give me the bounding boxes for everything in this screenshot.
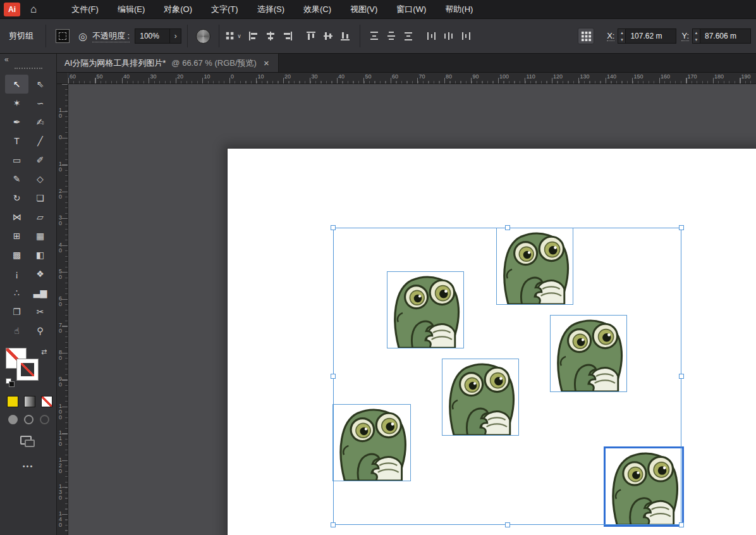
- mesh-tool[interactable]: ▩: [5, 245, 28, 264]
- gradient-tool[interactable]: ◧: [28, 245, 52, 264]
- width-tool[interactable]: ⋈: [5, 207, 28, 226]
- distribute-vertical-center-button[interactable]: [383, 28, 400, 44]
- selection-handle-sw[interactable]: [331, 522, 336, 527]
- menu-item-6[interactable]: 效果(C): [294, 0, 341, 19]
- selection-handle-s[interactable]: [505, 522, 510, 527]
- swap-fill-stroke-icon[interactable]: ⇄: [41, 348, 47, 356]
- menu-item-8[interactable]: 窗口(W): [387, 0, 436, 19]
- menu-item-9[interactable]: 帮助(H): [436, 0, 482, 19]
- distribute-horizontal-center-button[interactable]: [441, 28, 458, 44]
- selection-tool[interactable]: ↖: [5, 75, 28, 94]
- y-stepper-down-icon[interactable]: ▼: [693, 36, 700, 43]
- selection-handle-se[interactable]: [679, 522, 684, 527]
- ruler-origin[interactable]: [57, 73, 68, 84]
- frog-image-1[interactable]: [497, 228, 573, 304]
- hand-tool[interactable]: ☝: [5, 321, 28, 340]
- none-button[interactable]: [41, 396, 52, 407]
- frog-image-5[interactable]: [333, 405, 410, 481]
- magic-wand-tool[interactable]: ✶: [5, 94, 28, 113]
- x-stepper[interactable]: ▲ ▼: [618, 28, 626, 44]
- frog-image-6[interactable]: [606, 448, 682, 525]
- rectangle-tool[interactable]: ▭: [5, 151, 28, 169]
- perspective-grid-tool[interactable]: ▦: [28, 226, 52, 245]
- frog-image-4[interactable]: [442, 359, 518, 435]
- column-graph-tool[interactable]: ▃▆: [28, 283, 52, 302]
- home-icon[interactable]: ⌂: [30, 0, 37, 19]
- distribute-vertical-bottom-button[interactable]: [400, 28, 417, 44]
- x-stepper-down-icon[interactable]: ▼: [618, 36, 625, 43]
- y-stepper-up-icon[interactable]: ▲: [693, 29, 700, 36]
- zoom-tool[interactable]: ⚲: [28, 321, 52, 340]
- horizontal-ruler[interactable]: 6050403020100102030405060708090100110120…: [68, 73, 756, 84]
- selection-handle-ne[interactable]: [679, 225, 684, 230]
- paintbrush-tool[interactable]: ✐: [28, 151, 52, 169]
- screen-mode-icon[interactable]: [20, 436, 35, 448]
- align-horizontal-center-button[interactable]: [262, 28, 279, 44]
- type-tool[interactable]: T: [5, 132, 28, 151]
- target-icon[interactable]: ◎: [78, 30, 87, 42]
- menu-item-3[interactable]: 对象(O): [154, 0, 202, 19]
- collapse-panel-icon[interactable]: «: [4, 55, 9, 64]
- distribute-horizontal-right-button[interactable]: [458, 28, 475, 44]
- align-horizontal-left-button[interactable]: [245, 28, 262, 44]
- document-tab[interactable]: AI分隔为网格工具排列图片* @ 66.67 % (RGB/预览) ×: [57, 54, 279, 72]
- draw-normal-icon[interactable]: [8, 415, 18, 424]
- symbol-sprayer-tool[interactable]: ∴: [5, 283, 28, 302]
- menu-item-5[interactable]: 选择(S): [248, 0, 294, 19]
- align-vertical-center-button[interactable]: [320, 28, 337, 44]
- opacity-value[interactable]: 100%: [135, 29, 169, 43]
- edit-toolbar-button[interactable]: •••: [0, 462, 56, 470]
- y-stepper[interactable]: ▲ ▼: [692, 28, 700, 44]
- pencil-tool[interactable]: ✎: [5, 169, 28, 188]
- menu-item-7[interactable]: 视图(V): [341, 0, 387, 19]
- stroke-swatch-none[interactable]: [17, 359, 38, 380]
- distribute-vertical-top-button[interactable]: [366, 28, 383, 44]
- selection-handle-n[interactable]: [505, 225, 510, 230]
- align-horizontal-right-button[interactable]: [279, 28, 296, 44]
- align-vertical-top-button[interactable]: [303, 28, 320, 44]
- menu-item-2[interactable]: 编辑(E): [108, 0, 154, 19]
- recolor-artwork-icon[interactable]: [196, 29, 210, 44]
- menu-item-4[interactable]: 文字(T): [202, 0, 248, 19]
- default-fill-stroke-icon[interactable]: [6, 378, 15, 387]
- slice-tool[interactable]: ✂: [28, 302, 52, 321]
- selection-handle-nw[interactable]: [331, 225, 336, 230]
- opacity-dropdown-icon[interactable]: ›: [169, 29, 181, 43]
- distribute-horizontal-left-button[interactable]: [424, 28, 441, 44]
- draw-behind-icon[interactable]: [24, 415, 34, 424]
- y-label[interactable]: Y:: [681, 31, 689, 41]
- eyedropper-tool[interactable]: ¡: [5, 264, 28, 283]
- selection-handle-e[interactable]: [679, 374, 684, 379]
- frog-image-3[interactable]: [551, 316, 626, 391]
- scale-tool[interactable]: ❏: [28, 188, 52, 207]
- gradient-button[interactable]: [24, 396, 35, 407]
- appearance-style-icon[interactable]: [56, 29, 70, 43]
- blend-tool[interactable]: ❖: [28, 264, 52, 283]
- lasso-tool[interactable]: ∽: [28, 94, 52, 113]
- panel-grip[interactable]: [15, 68, 42, 69]
- color-button[interactable]: [7, 396, 18, 407]
- menu-item-1[interactable]: 文件(F): [62, 0, 108, 19]
- opacity-label[interactable]: 不透明度 :: [92, 30, 130, 42]
- shaper-tool[interactable]: ◇: [28, 169, 52, 188]
- free-transform-tool[interactable]: ▱: [28, 207, 52, 226]
- curvature-tool[interactable]: ✍: [28, 113, 52, 132]
- align-vertical-bottom-button[interactable]: [337, 28, 354, 44]
- selection-handle-w[interactable]: [331, 374, 336, 379]
- align-options-button[interactable]: ∨: [225, 31, 241, 41]
- vertical-ruler[interactable]: 1 001 02 03 04 05 06 07 08 09 01 0 01 1 …: [57, 84, 68, 535]
- direct-selection-tool[interactable]: ⇖: [28, 75, 52, 94]
- shape-builder-tool[interactable]: ⊞: [5, 226, 28, 245]
- draw-inside-icon[interactable]: [40, 415, 49, 424]
- opacity-field[interactable]: 100% ›: [135, 28, 181, 44]
- y-value-field[interactable]: 87.606 m: [700, 28, 751, 44]
- x-stepper-up-icon[interactable]: ▲: [618, 29, 625, 36]
- line-segment-tool[interactable]: ╱: [28, 132, 52, 151]
- pen-tool[interactable]: ✒: [5, 113, 28, 132]
- close-tab-icon[interactable]: ×: [262, 58, 271, 68]
- artboard-tool[interactable]: ❐: [5, 302, 28, 321]
- x-value-field[interactable]: 107.62 m: [626, 28, 676, 44]
- illustrator-logo-icon[interactable]: Ai: [4, 3, 20, 16]
- canvas-area[interactable]: [68, 84, 756, 535]
- arrange-grid-icon[interactable]: [578, 28, 594, 44]
